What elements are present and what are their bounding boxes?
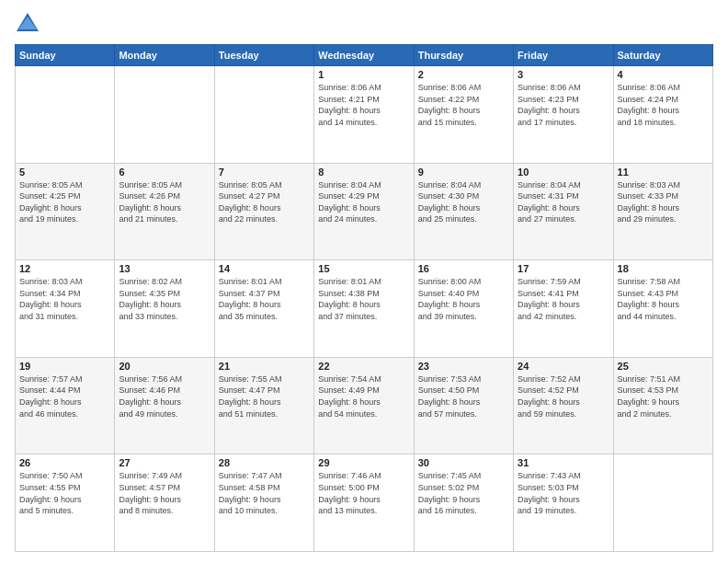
day-cell-1: 1Sunrise: 8:06 AM Sunset: 4:21 PM Daylig… [314, 66, 414, 164]
weekday-header-monday: Monday [115, 45, 214, 66]
day-number: 15 [318, 263, 409, 274]
day-number: 19 [19, 361, 110, 372]
day-cell-11: 11Sunrise: 8:03 AM Sunset: 4:33 PM Dayli… [613, 163, 712, 260]
day-cell-15: 15Sunrise: 8:01 AM Sunset: 4:38 PM Dayli… [314, 260, 414, 358]
day-number: 4 [618, 69, 709, 80]
day-number: 10 [518, 167, 609, 178]
day-cell-20: 20Sunrise: 7:56 AM Sunset: 4:46 PM Dayli… [115, 357, 214, 454]
day-cell-4: 4Sunrise: 8:06 AM Sunset: 4:24 PM Daylig… [613, 66, 712, 164]
day-cell-28: 28Sunrise: 7:47 AM Sunset: 4:58 PM Dayli… [214, 454, 313, 552]
day-cell-8: 8Sunrise: 8:04 AM Sunset: 4:29 PM Daylig… [314, 163, 414, 260]
day-info: Sunrise: 7:59 AM Sunset: 4:41 PM Dayligh… [518, 276, 609, 322]
empty-cell [115, 66, 214, 164]
day-cell-14: 14Sunrise: 8:01 AM Sunset: 4:37 PM Dayli… [214, 260, 313, 358]
day-cell-7: 7Sunrise: 8:05 AM Sunset: 4:27 PM Daylig… [214, 163, 313, 260]
day-number: 18 [618, 263, 709, 274]
week-row-1: 1Sunrise: 8:06 AM Sunset: 4:21 PM Daylig… [16, 66, 713, 164]
logo-icon [15, 11, 40, 37]
day-info: Sunrise: 7:55 AM Sunset: 4:47 PM Dayligh… [219, 373, 310, 419]
day-info: Sunrise: 7:54 AM Sunset: 4:49 PM Dayligh… [318, 373, 409, 419]
week-row-2: 5Sunrise: 8:05 AM Sunset: 4:25 PM Daylig… [16, 163, 713, 260]
day-info: Sunrise: 8:04 AM Sunset: 4:30 PM Dayligh… [418, 179, 509, 225]
day-cell-25: 25Sunrise: 7:51 AM Sunset: 4:53 PM Dayli… [613, 357, 712, 454]
day-number: 25 [618, 361, 709, 372]
day-info: Sunrise: 7:45 AM Sunset: 5:02 PM Dayligh… [418, 470, 509, 516]
header [15, 11, 713, 37]
day-cell-16: 16Sunrise: 8:00 AM Sunset: 4:40 PM Dayli… [414, 260, 513, 358]
day-number: 27 [119, 457, 210, 468]
calendar-table: SundayMondayTuesdayWednesdayThursdayFrid… [15, 44, 713, 552]
day-number: 3 [518, 69, 609, 80]
empty-cell [214, 66, 313, 164]
day-number: 28 [219, 457, 310, 468]
weekday-header-thursday: Thursday [414, 45, 513, 66]
day-info: Sunrise: 7:58 AM Sunset: 4:43 PM Dayligh… [618, 276, 709, 322]
day-number: 16 [418, 263, 509, 274]
day-number: 24 [518, 361, 609, 372]
day-info: Sunrise: 8:06 AM Sunset: 4:24 PM Dayligh… [618, 82, 709, 128]
day-info: Sunrise: 8:05 AM Sunset: 4:27 PM Dayligh… [219, 179, 310, 225]
day-info: Sunrise: 8:02 AM Sunset: 4:35 PM Dayligh… [119, 276, 210, 322]
day-cell-30: 30Sunrise: 7:45 AM Sunset: 5:02 PM Dayli… [414, 454, 513, 552]
day-cell-6: 6Sunrise: 8:05 AM Sunset: 4:26 PM Daylig… [115, 163, 214, 260]
weekday-header-saturday: Saturday [613, 45, 712, 66]
day-number: 6 [119, 167, 210, 178]
week-row-3: 12Sunrise: 8:03 AM Sunset: 4:34 PM Dayli… [16, 260, 713, 358]
weekday-header-wednesday: Wednesday [314, 45, 414, 66]
day-info: Sunrise: 7:52 AM Sunset: 4:52 PM Dayligh… [518, 373, 609, 419]
day-info: Sunrise: 8:05 AM Sunset: 4:26 PM Dayligh… [119, 179, 210, 225]
day-info: Sunrise: 8:06 AM Sunset: 4:23 PM Dayligh… [518, 82, 609, 128]
day-cell-23: 23Sunrise: 7:53 AM Sunset: 4:50 PM Dayli… [414, 357, 513, 454]
day-number: 30 [418, 457, 509, 468]
day-number: 29 [318, 457, 409, 468]
week-row-5: 26Sunrise: 7:50 AM Sunset: 4:55 PM Dayli… [16, 454, 713, 552]
day-info: Sunrise: 8:00 AM Sunset: 4:40 PM Dayligh… [418, 276, 509, 322]
day-number: 11 [618, 167, 709, 178]
day-info: Sunrise: 7:43 AM Sunset: 5:03 PM Dayligh… [518, 470, 609, 516]
day-info: Sunrise: 7:53 AM Sunset: 4:50 PM Dayligh… [418, 373, 509, 419]
day-cell-2: 2Sunrise: 8:06 AM Sunset: 4:22 PM Daylig… [414, 66, 513, 164]
day-cell-29: 29Sunrise: 7:46 AM Sunset: 5:00 PM Dayli… [314, 454, 414, 552]
day-info: Sunrise: 8:01 AM Sunset: 4:37 PM Dayligh… [219, 276, 310, 322]
day-number: 13 [119, 263, 210, 274]
day-cell-3: 3Sunrise: 8:06 AM Sunset: 4:23 PM Daylig… [514, 66, 613, 164]
day-cell-21: 21Sunrise: 7:55 AM Sunset: 4:47 PM Dayli… [214, 357, 313, 454]
day-number: 23 [418, 361, 509, 372]
day-info: Sunrise: 8:04 AM Sunset: 4:29 PM Dayligh… [318, 179, 409, 225]
day-cell-24: 24Sunrise: 7:52 AM Sunset: 4:52 PM Dayli… [514, 357, 613, 454]
day-cell-17: 17Sunrise: 7:59 AM Sunset: 4:41 PM Dayli… [514, 260, 613, 358]
day-number: 2 [418, 69, 509, 80]
day-number: 7 [219, 167, 310, 178]
empty-cell [613, 454, 712, 552]
day-cell-27: 27Sunrise: 7:49 AM Sunset: 4:57 PM Dayli… [115, 454, 214, 552]
day-info: Sunrise: 8:03 AM Sunset: 4:33 PM Dayligh… [618, 179, 709, 225]
day-number: 1 [318, 69, 409, 80]
day-cell-19: 19Sunrise: 7:57 AM Sunset: 4:44 PM Dayli… [16, 357, 115, 454]
weekday-header-friday: Friday [514, 45, 613, 66]
day-cell-12: 12Sunrise: 8:03 AM Sunset: 4:34 PM Dayli… [16, 260, 115, 358]
day-cell-31: 31Sunrise: 7:43 AM Sunset: 5:03 PM Dayli… [514, 454, 613, 552]
day-info: Sunrise: 7:56 AM Sunset: 4:46 PM Dayligh… [119, 373, 210, 419]
day-cell-9: 9Sunrise: 8:04 AM Sunset: 4:30 PM Daylig… [414, 163, 513, 260]
day-info: Sunrise: 8:06 AM Sunset: 4:21 PM Dayligh… [318, 82, 409, 128]
page: SundayMondayTuesdayWednesdayThursdayFrid… [0, 0, 728, 563]
day-cell-10: 10Sunrise: 8:04 AM Sunset: 4:31 PM Dayli… [514, 163, 613, 260]
day-info: Sunrise: 7:46 AM Sunset: 5:00 PM Dayligh… [318, 470, 409, 516]
day-number: 26 [19, 457, 110, 468]
day-cell-13: 13Sunrise: 8:02 AM Sunset: 4:35 PM Dayli… [115, 260, 214, 358]
weekday-header-row: SundayMondayTuesdayWednesdayThursdayFrid… [16, 45, 713, 66]
day-number: 20 [119, 361, 210, 372]
day-info: Sunrise: 7:47 AM Sunset: 4:58 PM Dayligh… [219, 470, 310, 516]
day-number: 5 [19, 167, 110, 178]
day-info: Sunrise: 8:06 AM Sunset: 4:22 PM Dayligh… [418, 82, 509, 128]
day-number: 14 [219, 263, 310, 274]
day-info: Sunrise: 7:51 AM Sunset: 4:53 PM Dayligh… [618, 373, 709, 419]
weekday-header-tuesday: Tuesday [214, 45, 313, 66]
day-info: Sunrise: 8:04 AM Sunset: 4:31 PM Dayligh… [518, 179, 609, 225]
day-number: 31 [518, 457, 609, 468]
day-number: 8 [318, 167, 409, 178]
weekday-header-sunday: Sunday [16, 45, 115, 66]
day-info: Sunrise: 7:49 AM Sunset: 4:57 PM Dayligh… [119, 470, 210, 516]
day-number: 22 [318, 361, 409, 372]
day-info: Sunrise: 7:57 AM Sunset: 4:44 PM Dayligh… [19, 373, 110, 419]
